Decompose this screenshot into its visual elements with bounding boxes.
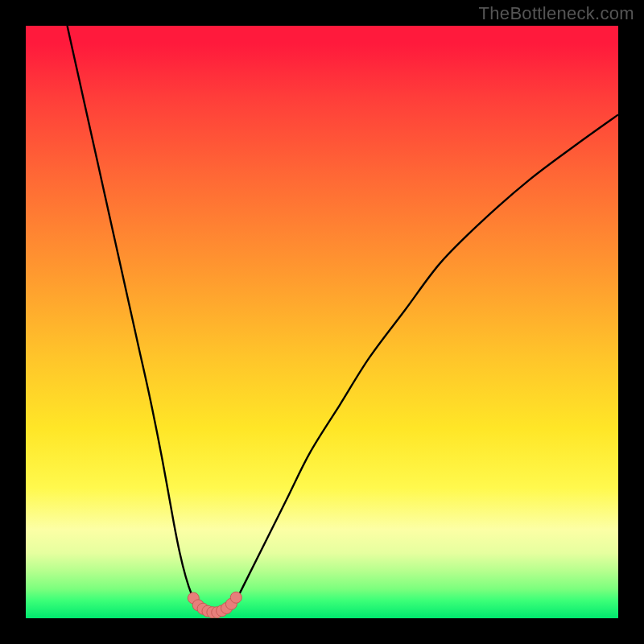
chart-frame: TheBottleneck.com	[0, 0, 644, 644]
valley-marker-group	[188, 592, 242, 617]
watermark-text: TheBottleneck.com	[479, 3, 634, 24]
plot-area	[26, 26, 618, 618]
valley-marker	[230, 592, 242, 603]
bottleneck-curve	[68, 26, 618, 615]
curve-svg	[26, 26, 618, 618]
